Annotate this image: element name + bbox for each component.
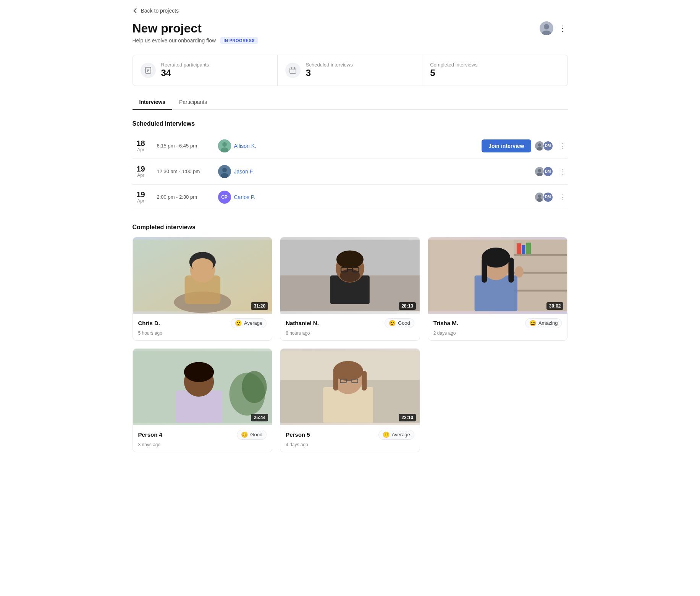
user-avatar[interactable] (540, 21, 553, 35)
card-info-2: Nathaniel N. 😊 Good 8 hours ago (280, 314, 420, 340)
svg-rect-51 (526, 243, 531, 254)
completed-card-3[interactable]: 30:02 Trisha M. 😄 Amazing 2 days ago (428, 237, 568, 341)
interviewers-group-3: DM (534, 192, 553, 202)
participant-avatar-1 (218, 139, 231, 152)
interview-more-2[interactable]: ⋮ (556, 166, 568, 177)
card-time-5: 4 days ago (286, 442, 308, 447)
sentiment-icon-4: 😊 (241, 431, 248, 438)
subtitle-row: Help us evolve our onboarding flow IN PR… (133, 37, 568, 44)
svg-point-57 (515, 266, 523, 277)
svg-rect-50 (522, 245, 525, 254)
svg-rect-49 (517, 243, 521, 254)
interview-more-3[interactable]: ⋮ (556, 191, 568, 203)
interview-date-3: 19 Apr (133, 191, 149, 204)
tab-participants[interactable]: Participants (172, 95, 214, 110)
card-thumbnail-3: 30:02 (428, 237, 567, 314)
duration-badge-1: 31:20 (251, 302, 268, 310)
card-info-5: Person 5 🙂 Average 4 days ago (280, 425, 420, 452)
tab-interviews[interactable]: Interviews (133, 95, 172, 110)
completed-grid: 31:20 Chris D. 🙂 Average 5 hours ago (133, 237, 568, 452)
header-actions: ⋮ (540, 21, 568, 35)
svg-point-16 (537, 147, 542, 151)
interviewer-avatar-4: DM (543, 166, 553, 177)
sentiment-icon-3: 😄 (529, 320, 537, 327)
card-time-2: 8 hours ago (286, 330, 310, 336)
card-name-row-5: Person 5 🙂 Average (286, 430, 414, 440)
date-day-3: 19 (136, 191, 145, 198)
row-actions-1: Join interview DM ⋮ (482, 139, 567, 152)
card-time-3: 2 days ago (433, 330, 456, 336)
card-info-3: Trisha M. 😄 Amazing 2 days ago (428, 314, 567, 340)
participant-info-1: Allison K. (218, 139, 474, 152)
card-name-row-2: Nathaniel N. 😊 Good (286, 318, 414, 328)
svg-rect-46 (514, 254, 567, 256)
completed-section: Completed interviews (133, 224, 568, 452)
back-label: Back to projects (141, 8, 179, 14)
duration-badge-3: 30:02 (546, 302, 564, 310)
date-month-3: Apr (137, 198, 144, 204)
participant-info-2: Jason F. (218, 165, 527, 178)
interviewers-group-1: DM (534, 141, 553, 151)
completed-card-1[interactable]: 31:20 Chris D. 🙂 Average 5 hours ago (133, 237, 273, 341)
status-badge: IN PROGRESS (220, 37, 258, 44)
completed-card-4[interactable]: 25:44 Person 4 😊 Good 3 days ago (133, 348, 273, 452)
duration-badge-5: 22:10 (399, 414, 416, 421)
participant-name-3[interactable]: Carlos P. (234, 194, 255, 200)
sentiment-label-5: Average (392, 432, 410, 437)
card-name-row-3: Trisha M. 😄 Amazing (433, 318, 562, 328)
card-time-4: 3 days ago (138, 442, 161, 447)
sentiment-badge-4: 😊 Good (237, 430, 267, 440)
svg-point-60 (242, 371, 267, 403)
card-name-row-1: Chris D. 🙂 Average (138, 318, 267, 328)
completed-label: Completed interviews (430, 62, 477, 68)
svg-point-22 (537, 172, 542, 176)
svg-point-1 (544, 24, 549, 29)
svg-point-39 (336, 250, 364, 268)
svg-point-21 (538, 169, 541, 172)
card-name-1: Chris D. (138, 320, 160, 326)
card-name-row-4: Person 4 😊 Good (138, 430, 267, 440)
interview-more-1[interactable]: ⋮ (556, 140, 568, 152)
sentiment-label-3: Amazing (538, 320, 558, 326)
svg-rect-55 (482, 258, 487, 282)
sentiment-icon-1: 🙂 (235, 320, 242, 327)
sentiment-badge-3: 😄 Amazing (525, 318, 562, 328)
participant-name-2[interactable]: Jason F. (234, 168, 254, 175)
svg-point-25 (537, 198, 542, 202)
card-thumbnail-4: 25:44 (133, 349, 272, 425)
card-name-2: Nathaniel N. (286, 320, 319, 326)
scheduled-label: Scheduled interviews (306, 62, 353, 68)
interviewer-avatar-6: DM (543, 192, 553, 202)
back-to-projects[interactable]: Back to projects (133, 8, 568, 14)
svg-point-24 (538, 194, 541, 198)
interview-time-1: 6:15 pm - 6:45 pm (157, 143, 210, 149)
sentiment-badge-1: 🙂 Average (231, 318, 267, 328)
participant-name-1[interactable]: Allison K. (234, 143, 256, 149)
project-more-icon[interactable]: ⋮ (557, 22, 568, 34)
completed-card-2[interactable]: 28:13 Nathaniel N. 😊 Good 8 hours ago (280, 237, 420, 341)
sentiment-badge-5: 🙂 Average (378, 430, 414, 440)
participant-avatar-3: CP (218, 191, 231, 204)
scheduled-icon (285, 63, 301, 78)
scheduled-section-title: Scheduled interviews (133, 120, 568, 127)
card-thumbnail-2: 28:13 (280, 237, 420, 314)
scheduled-interview-row: 18 Apr 6:15 pm - 6:45 pm Allison K. Join… (133, 133, 568, 159)
scheduled-value: 3 (306, 68, 353, 79)
card-info-4: Person 4 😊 Good 3 days ago (133, 425, 272, 452)
sentiment-icon-5: 🙂 (383, 431, 390, 438)
row-actions-2: DM ⋮ (534, 166, 568, 177)
date-day-2: 19 (136, 165, 145, 173)
scheduled-interview-row: 19 Apr 12:30 am - 1:00 pm Jason F. (133, 159, 568, 185)
svg-rect-48 (514, 290, 567, 292)
recruited-icon (141, 63, 156, 78)
date-month-2: Apr (137, 173, 144, 178)
svg-point-32 (192, 258, 213, 272)
recruited-label: Recruited participants (161, 62, 209, 68)
join-interview-button[interactable]: Join interview (482, 139, 531, 152)
svg-point-38 (340, 269, 360, 282)
completed-card-5[interactable]: 22:10 Person 5 🙂 Average 4 days ago (280, 348, 420, 452)
stat-completed: Completed interviews 5 (422, 55, 567, 86)
interview-date-1: 18 Apr (133, 139, 149, 152)
date-day-1: 18 (136, 139, 145, 147)
stat-scheduled: Scheduled interviews 3 (278, 55, 422, 86)
